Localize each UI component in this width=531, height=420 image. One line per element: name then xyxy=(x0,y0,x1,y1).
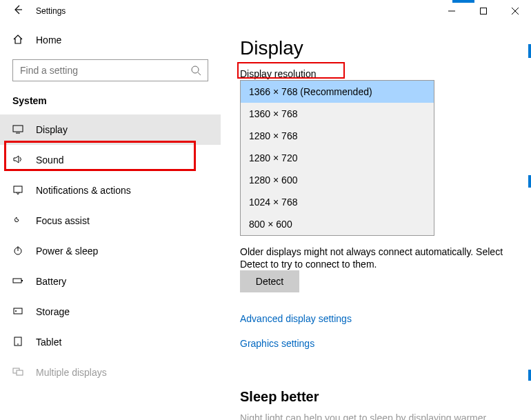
back-icon[interactable] xyxy=(12,4,23,18)
svg-rect-14 xyxy=(14,308,22,314)
main-content: Display Display resolution 1366 × 768 (R… xyxy=(221,22,531,420)
dropdown-option[interactable]: 1360 × 768 xyxy=(241,103,434,125)
sidebar-item-focus[interactable]: Focus assist xyxy=(0,206,221,236)
sidebar-item-label: Notifications & actions xyxy=(36,185,131,196)
resolution-label: Display resolution xyxy=(240,68,317,79)
sound-icon xyxy=(12,154,23,167)
detect-button[interactable]: Detect xyxy=(240,270,299,292)
sidebar-item-label: Multiple displays xyxy=(36,367,107,378)
power-icon xyxy=(12,245,23,258)
titlebar: Settings xyxy=(0,0,531,22)
graphics-settings-link[interactable]: Graphics settings xyxy=(240,338,314,349)
advanced-display-link[interactable]: Advanced display settings xyxy=(240,313,352,324)
tablet-icon xyxy=(12,336,23,349)
sidebar-item-label: Display xyxy=(36,124,68,135)
search-input[interactable] xyxy=(12,59,208,81)
dropdown-option[interactable]: 800 × 600 xyxy=(241,213,434,235)
sidebar-item-power[interactable]: Power & sleep xyxy=(0,236,221,266)
close-button[interactable] xyxy=(499,0,531,22)
detect-description: Older displays might not always connect … xyxy=(240,246,517,270)
dropdown-option[interactable]: 1280 × 768 xyxy=(241,125,434,147)
sidebar-item-tablet[interactable]: Tablet xyxy=(0,327,221,357)
notifications-icon xyxy=(12,184,23,197)
svg-rect-13 xyxy=(21,280,23,281)
sidebar-item-sound[interactable]: Sound xyxy=(0,145,221,175)
sleep-header: Sleep better xyxy=(240,389,319,405)
svg-rect-7 xyxy=(13,126,23,132)
multiple-icon xyxy=(12,366,23,379)
storage-icon xyxy=(12,306,23,319)
sleep-text: Night light can help you get to sleep by… xyxy=(240,412,517,420)
display-icon xyxy=(12,123,23,137)
sidebar-item-label: Tablet xyxy=(36,337,61,348)
accent-strip xyxy=(452,0,474,3)
search-icon xyxy=(190,65,201,79)
sidebar-item-notifications[interactable]: Notifications & actions xyxy=(0,175,221,206)
dropdown-option[interactable]: 1280 × 600 xyxy=(241,169,434,191)
section-header: System xyxy=(0,91,221,114)
sidebar-item-label: Power & sleep xyxy=(36,246,98,257)
dropdown-option[interactable]: 1024 × 768 xyxy=(241,191,434,213)
maximize-button[interactable] xyxy=(468,0,499,22)
battery-icon xyxy=(12,275,23,288)
svg-rect-19 xyxy=(17,370,23,375)
sidebar-item-display[interactable]: Display xyxy=(0,114,221,145)
svg-point-15 xyxy=(15,310,17,312)
page-title: Display xyxy=(240,37,517,59)
sidebar-item-label: Sound xyxy=(36,154,63,166)
svg-rect-12 xyxy=(13,279,21,283)
dropdown-option[interactable]: 1280 × 720 xyxy=(241,147,434,169)
dropdown-option[interactable]: 1366 × 768 (Recommended) xyxy=(241,81,434,103)
minimize-button[interactable] xyxy=(436,0,468,22)
focus-icon xyxy=(12,214,23,228)
sidebar-item-label: Focus assist xyxy=(36,215,90,226)
sidebar-item-storage[interactable]: Storage xyxy=(0,297,221,327)
svg-line-6 xyxy=(198,72,201,75)
sidebar-item-battery[interactable]: Battery xyxy=(0,266,221,297)
window-title: Settings xyxy=(36,6,66,16)
home-icon xyxy=(12,34,23,47)
sidebar: Home System Display Sound Notifications … xyxy=(0,22,221,420)
sidebar-item-label: Storage xyxy=(36,306,70,317)
svg-rect-2 xyxy=(481,8,487,14)
sidebar-item-label: Battery xyxy=(36,276,66,287)
sidebar-item-multiple[interactable]: Multiple displays xyxy=(0,357,221,388)
svg-point-5 xyxy=(192,66,199,73)
home-label: Home xyxy=(36,34,61,46)
resolution-dropdown[interactable]: 1366 × 768 (Recommended) 1360 × 768 1280… xyxy=(240,80,434,236)
home-button[interactable]: Home xyxy=(0,26,221,54)
svg-rect-9 xyxy=(14,186,22,192)
